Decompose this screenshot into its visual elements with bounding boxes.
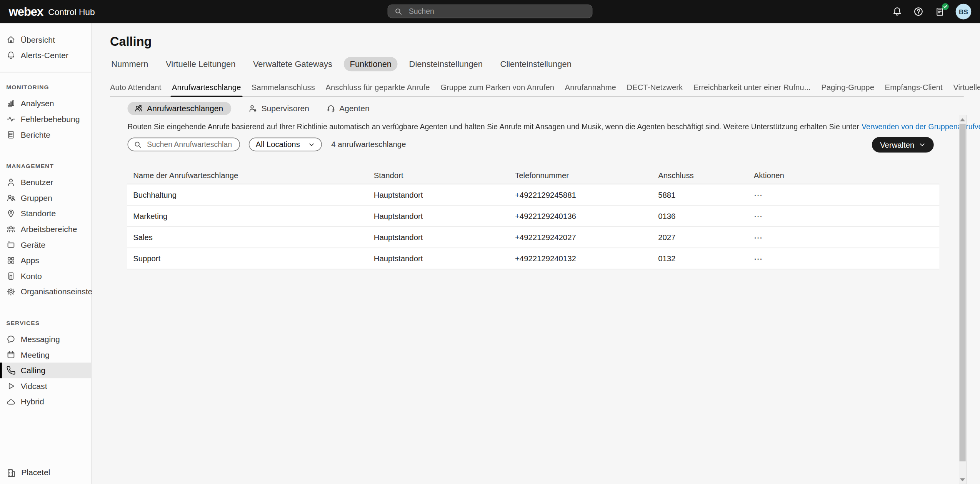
sidebar-item-analysen[interactable]: Analysen [0, 96, 91, 112]
queue-search-input[interactable] [146, 139, 234, 149]
avatar[interactable]: BS [956, 4, 972, 20]
feature-tab-sammelanschluss[interactable]: Sammelanschluss [252, 83, 315, 96]
call-queue-table: Name der Anrufwarteschlange Standort Tel… [127, 168, 940, 270]
sidebar-item-hybrid[interactable]: Hybrid [0, 394, 91, 410]
column-header-anschluss[interactable]: Anschluss [652, 171, 748, 180]
product-name: Control Hub [48, 7, 95, 17]
queue-location: Hauptstandort [368, 233, 509, 242]
sidebar-item-vidcast[interactable]: Vidcast [0, 378, 91, 394]
org-name: Placetel [21, 468, 50, 477]
sidebar-item-arbeitsbereiche[interactable]: Arbeitsbereiche [0, 221, 91, 237]
row-actions-button[interactable]: ⋯ [754, 254, 763, 264]
feature-tab-dect-netzwerk[interactable]: DECT-Netzwerk [627, 83, 683, 96]
queue-extension: 0136 [652, 212, 748, 220]
row-actions-button[interactable]: ⋯ [754, 211, 763, 221]
queue-name: Buchhaltung [127, 190, 368, 199]
workspaces-icon [6, 224, 15, 234]
sidebar-item-meeting[interactable]: Meeting [0, 347, 91, 363]
phone-icon [6, 366, 15, 375]
cloud-icon [6, 397, 15, 406]
sidebar-item-berichte[interactable]: Berichte [0, 127, 91, 143]
feature-tab-empfangs-client[interactable]: Empfangs-Client [885, 83, 943, 96]
scroll-down-arrow[interactable] [959, 478, 967, 481]
tab-verwaltete-gateways[interactable]: Verwaltete Gateways [247, 57, 339, 71]
column-header-name[interactable]: Name der Anrufwarteschlange [127, 171, 368, 180]
sidebar-item-organisationseinstellungen[interactable]: Organisationseinstellun... [0, 284, 91, 300]
sidebar-item-apps[interactable]: Apps [0, 253, 91, 269]
sidebar-item-uebersicht[interactable]: Übersicht [0, 32, 91, 48]
row-actions-button[interactable]: ⋯ [754, 232, 763, 242]
column-header-standort[interactable]: Standort [368, 171, 509, 180]
table-row[interactable]: Sales Hauptstandort +4922129242027 2027 … [127, 227, 940, 248]
row-actions-button[interactable]: ⋯ [754, 190, 763, 200]
sidebar-item-fehlerbehebung[interactable]: Fehlerbehebung [0, 111, 91, 127]
tab-funktionen[interactable]: Funktionen [343, 57, 398, 71]
sidebar-item-calling[interactable]: Calling [0, 363, 91, 379]
feature-description: Routen Sie eingehende Anrufe basierend a… [128, 123, 980, 132]
sidebar-item-label: Apps [21, 256, 39, 265]
feature-tab-anrufannahme[interactable]: Anrufannahme [565, 83, 616, 96]
sidebar-item-alerts-center[interactable]: Alerts-Center [0, 48, 91, 63]
tab-diensteinstellungen[interactable]: Diensteinstellungen [403, 57, 489, 71]
feature-tab-gruppe-parken[interactable]: Gruppe zum Parken von Anrufen [440, 83, 554, 96]
sidebar-item-geraete[interactable]: Geräte [0, 237, 91, 253]
column-header-telefonnummer[interactable]: Telefonnummer [509, 171, 652, 180]
sidebar-item-label: Hybrid [21, 397, 44, 406]
global-search[interactable] [388, 4, 593, 18]
sidebar-item-benutzer[interactable]: Benutzer [0, 174, 91, 190]
report-icon [6, 130, 15, 139]
tab-nummern[interactable]: Nummern [105, 57, 155, 71]
manage-button[interactable]: Verwalten [872, 137, 934, 153]
table-row[interactable]: Buchhaltung Hauptstandort +4922129245881… [127, 184, 940, 205]
status-list-icon[interactable] [934, 6, 945, 17]
page-title: Calling [110, 34, 152, 48]
table-row[interactable]: Marketing Hauptstandort +4922129240136 0… [127, 206, 940, 227]
queue-extension: 0132 [652, 254, 748, 263]
scrollbar-thumb[interactable] [959, 124, 965, 462]
sidebar-item-label: Konto [21, 271, 42, 280]
sidebar-section-management: MANAGEMENT [0, 162, 91, 170]
sidebar-item-label: Vidcast [21, 381, 47, 391]
pulse-icon [6, 114, 15, 124]
sidebar-item-label: Standorte [21, 209, 56, 218]
supervisor-icon [248, 104, 257, 113]
view-tab-supervisoren[interactable]: Supervisoren [248, 104, 309, 113]
view-tabs: Anrufwarteschlangen Supervisoren Agenten [128, 101, 370, 115]
queue-location: Hauptstandort [368, 254, 509, 263]
sidebar-item-gruppen[interactable]: Gruppen [0, 190, 91, 206]
sidebar-item-messaging[interactable]: Messaging [0, 331, 91, 347]
sidebar-org-placetel[interactable]: Placetel [0, 464, 91, 480]
view-tab-agenten[interactable]: Agenten [326, 104, 370, 113]
sidebar-item-konto[interactable]: Konto [0, 268, 91, 284]
view-tab-anrufwarteschlangen[interactable]: Anrufwarteschlangen [128, 102, 232, 115]
feature-tab-auto-attendant[interactable]: Auto Attendant [110, 83, 161, 96]
manage-button-label: Verwalten [880, 140, 914, 149]
queue-name: Sales [127, 233, 368, 242]
feature-tab-paging-gruppe[interactable]: Paging-Gruppe [821, 83, 874, 96]
vertical-scrollbar[interactable] [959, 115, 967, 484]
top-header: webex Control Hub BS [0, 0, 980, 23]
view-tab-label: Agenten [339, 104, 370, 113]
feature-tab-virtueller-anschluss[interactable]: Virtueller Anschluss [953, 83, 980, 96]
search-icon [134, 140, 142, 149]
global-search-input[interactable] [408, 6, 586, 16]
feature-tab-anschluss-geparkte-anrufe[interactable]: Anschluss für geparkte Anrufe [326, 83, 430, 96]
queue-people-icon [134, 104, 143, 113]
sidebar: Übersicht Alerts-Center MONITORING Analy… [0, 23, 92, 484]
play-icon [6, 381, 15, 391]
notifications-bell-icon[interactable] [892, 6, 903, 17]
sidebar-item-label: Arbeitsbereiche [21, 224, 77, 234]
scroll-up-arrow[interactable] [959, 115, 967, 124]
feature-tab-erreichbarkeit[interactable]: Erreichbarkeit unter einer Rufnu... [693, 83, 811, 96]
queue-search[interactable] [128, 138, 240, 152]
tab-clienteinstellungen[interactable]: Clienteinstellungen [494, 57, 578, 71]
sidebar-item-standorte[interactable]: Standorte [0, 206, 91, 222]
sidebar-section-services: SERVICES [0, 319, 91, 327]
feature-tab-anrufwarteschlange[interactable]: Anrufwarteschlange [172, 83, 241, 96]
device-icon [6, 240, 15, 249]
table-row[interactable]: Support Hauptstandort +4922129240132 013… [127, 248, 940, 269]
result-count: 4 anrufwarteschlange [331, 137, 406, 153]
tab-virtuelle-leitungen[interactable]: Virtuelle Leitungen [160, 57, 242, 71]
location-filter-select[interactable]: All Locations [249, 138, 322, 152]
help-icon[interactable] [913, 6, 924, 17]
